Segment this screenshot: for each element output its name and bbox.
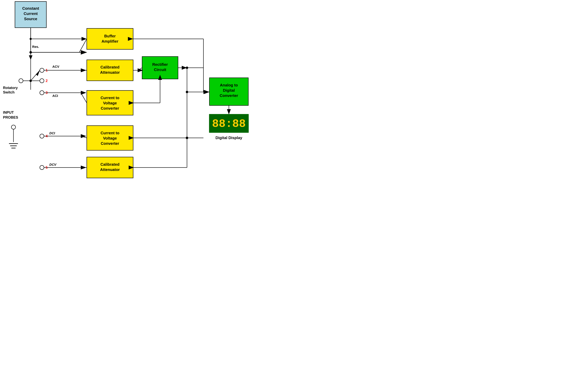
svg-marker-85 xyxy=(81,91,86,95)
svg-text:PROBES: PROBES xyxy=(3,115,18,119)
svg-text:DCI: DCI xyxy=(49,131,55,135)
svg-text:Current to: Current to xyxy=(100,131,119,135)
svg-text:Calibrated: Calibrated xyxy=(100,162,119,166)
svg-rect-6 xyxy=(87,28,133,49)
svg-text:Current: Current xyxy=(24,11,38,16)
svg-text:Constant: Constant xyxy=(22,6,39,10)
svg-text:Converter: Converter xyxy=(220,93,238,98)
svg-text:Digital: Digital xyxy=(223,88,235,92)
diagram: Constant Current Source Buffer Amplifier… xyxy=(0,0,292,196)
svg-text:Converter: Converter xyxy=(101,106,119,110)
svg-rect-15 xyxy=(87,90,133,115)
svg-rect-30 xyxy=(209,114,249,133)
svg-marker-118 xyxy=(227,109,231,114)
svg-point-116 xyxy=(186,91,188,93)
svg-rect-26 xyxy=(210,78,248,106)
svg-text:4: 4 xyxy=(46,134,48,138)
svg-line-86 xyxy=(81,93,87,103)
circuit-diagram: Constant Current Source Buffer Amplifier… xyxy=(0,0,292,196)
svg-text:INPUT: INPUT xyxy=(3,110,14,114)
svg-text:Current to: Current to xyxy=(100,96,119,100)
svg-point-40 xyxy=(30,51,32,54)
svg-text:Attenuator: Attenuator xyxy=(100,167,120,172)
svg-point-45 xyxy=(30,38,32,40)
svg-text:Res.: Res. xyxy=(32,45,39,48)
svg-point-64 xyxy=(30,80,32,82)
svg-text:3: 3 xyxy=(46,91,48,95)
svg-marker-96 xyxy=(138,68,143,72)
svg-text:Voltage: Voltage xyxy=(103,101,117,105)
svg-text:Amplifier: Amplifier xyxy=(102,39,118,44)
svg-text:Rectifier: Rectifier xyxy=(152,62,168,67)
svg-marker-67 xyxy=(36,70,40,76)
svg-marker-81 xyxy=(81,68,86,72)
svg-text:Rotatory: Rotatory xyxy=(3,86,18,90)
svg-text:Digital Display: Digital Display xyxy=(216,136,242,140)
svg-line-97 xyxy=(138,68,142,70)
svg-point-62 xyxy=(40,166,44,170)
svg-rect-9 xyxy=(87,60,133,81)
svg-rect-23 xyxy=(87,157,133,178)
svg-point-54 xyxy=(40,68,44,72)
svg-point-34 xyxy=(30,51,32,54)
svg-marker-103 xyxy=(129,101,134,105)
svg-rect-12 xyxy=(142,56,178,79)
svg-marker-36 xyxy=(81,50,86,54)
svg-text:2: 2 xyxy=(46,79,48,83)
svg-text:Calibrated: Calibrated xyxy=(100,65,119,70)
svg-text:ACV: ACV xyxy=(52,65,60,68)
svg-line-90 xyxy=(81,136,87,138)
svg-marker-53 xyxy=(29,55,32,60)
svg-text:1: 1 xyxy=(46,68,48,72)
svg-marker-89 xyxy=(81,134,86,138)
svg-text:Attenuator: Attenuator xyxy=(100,70,120,75)
svg-marker-111 xyxy=(129,166,134,170)
svg-marker-107 xyxy=(129,136,134,140)
svg-marker-48 xyxy=(128,37,133,41)
svg-marker-93 xyxy=(81,166,86,170)
svg-line-38 xyxy=(79,39,87,52)
svg-point-77 xyxy=(19,79,23,83)
svg-marker-105 xyxy=(158,75,162,80)
svg-text:88:88: 88:88 xyxy=(212,118,246,130)
svg-text:Voltage: Voltage xyxy=(103,136,117,140)
svg-text:Circuit: Circuit xyxy=(154,68,166,72)
svg-line-43 xyxy=(82,39,87,52)
svg-marker-50 xyxy=(204,90,207,94)
svg-point-56 xyxy=(40,79,44,83)
svg-text:DCV: DCV xyxy=(49,163,57,166)
svg-point-108 xyxy=(186,137,188,139)
svg-point-58 xyxy=(40,91,44,95)
svg-text:Switch: Switch xyxy=(3,90,14,94)
svg-rect-2 xyxy=(15,2,46,28)
svg-text:5: 5 xyxy=(46,166,48,170)
svg-text:ACI: ACI xyxy=(52,94,58,98)
svg-rect-19 xyxy=(87,126,133,150)
svg-line-66 xyxy=(31,70,40,81)
svg-marker-115 xyxy=(204,90,210,94)
svg-point-100 xyxy=(186,66,188,69)
svg-point-113 xyxy=(186,137,188,139)
svg-point-72 xyxy=(11,125,16,129)
svg-text:Analog to: Analog to xyxy=(220,83,238,87)
svg-text:Converter: Converter xyxy=(101,141,119,146)
svg-marker-42 xyxy=(82,50,87,54)
svg-point-60 xyxy=(40,134,44,138)
svg-text:Buffer: Buffer xyxy=(104,34,116,38)
svg-marker-99 xyxy=(182,66,187,70)
svg-text:Source: Source xyxy=(24,16,37,21)
svg-marker-46 xyxy=(82,37,87,41)
